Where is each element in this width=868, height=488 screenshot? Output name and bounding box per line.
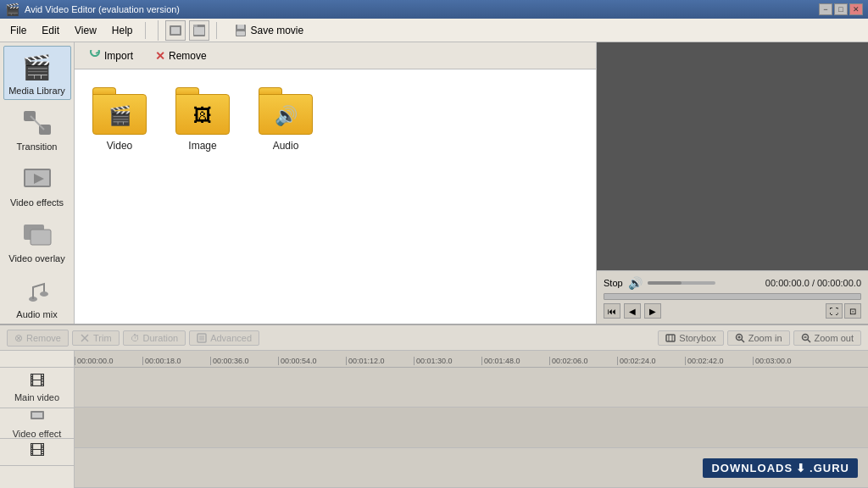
fullscreen-area: ⛶ ⊡ bbox=[826, 303, 861, 319]
advanced-button: Advanced bbox=[189, 330, 259, 346]
media-library-icon: 🎬 bbox=[20, 50, 54, 84]
save-movie-label: Save movie bbox=[251, 25, 304, 36]
ruler-marks: 00:00:00.0 00:00:18.0 00:00:36.0 00:00:5… bbox=[75, 351, 868, 367]
volume-fill bbox=[648, 281, 682, 285]
playback-buttons: ⏮ ◀ ▶ ⛶ ⊡ bbox=[604, 303, 861, 319]
media-file-image[interactable]: 🖼 Image bbox=[171, 83, 234, 156]
menu-file[interactable]: File bbox=[3, 22, 33, 39]
ruler-mark-3: 00:00:54.0 bbox=[278, 357, 346, 365]
sidebar-label-video-effects: Video effects bbox=[10, 197, 64, 208]
timeline-toolbar: ⊗ Remove Trim ⏱ Duration Advanced Storyb… bbox=[0, 325, 868, 351]
trim-label: Trim bbox=[93, 333, 112, 343]
video-folder-icon: 🎬 bbox=[92, 87, 147, 135]
track-label-video-effect: Video effect bbox=[0, 408, 74, 439]
zoom-in-button[interactable]: Zoom in bbox=[727, 330, 790, 346]
svg-point-17 bbox=[40, 291, 48, 297]
import-button[interactable]: Import bbox=[81, 47, 141, 64]
menu-edit[interactable]: Edit bbox=[35, 22, 66, 39]
transition-icon bbox=[20, 106, 54, 140]
remove-media-button[interactable]: ✕ Remove bbox=[147, 47, 214, 65]
import-label: Import bbox=[104, 50, 133, 62]
fullscreen-button[interactable]: ⛶ bbox=[826, 303, 843, 319]
fit-button[interactable]: ⊡ bbox=[844, 303, 861, 319]
audio-track-icon: 🎞 bbox=[30, 442, 45, 460]
svg-rect-1 bbox=[171, 27, 180, 34]
watermark: DOWNLOADS ⬇ .GURU bbox=[703, 458, 858, 478]
ruler-mark-8: 00:02:24.0 bbox=[617, 357, 685, 365]
ruler-mark-10: 00:03:00.0 bbox=[753, 357, 821, 365]
menu-help[interactable]: Help bbox=[105, 22, 140, 39]
timeline-labels: 🎞 Main video Video effect 🎞 bbox=[0, 351, 75, 488]
video-overlay-icon bbox=[20, 218, 54, 252]
duration-label: Duration bbox=[143, 333, 179, 343]
play-back-button[interactable]: ◀ bbox=[624, 303, 641, 319]
restore-button[interactable]: □ bbox=[834, 3, 848, 15]
volume-slider[interactable] bbox=[648, 281, 715, 285]
storybox-label: Storybox bbox=[679, 333, 715, 343]
storybox-button[interactable]: Storybox bbox=[658, 330, 723, 346]
duration-button: ⏱ Duration bbox=[123, 330, 186, 346]
sidebar-item-transition[interactable]: Transition bbox=[3, 102, 71, 156]
ruler-mark-4: 00:01:12.0 bbox=[346, 357, 414, 365]
video-effect-track[interactable] bbox=[75, 408, 868, 447]
video-effect-label: Video effect bbox=[13, 429, 62, 439]
sidebar-item-media-library[interactable]: 🎬 Media Library bbox=[3, 46, 71, 100]
video-effects-icon bbox=[20, 162, 54, 196]
svg-line-29 bbox=[741, 339, 744, 342]
video-effect-track-icon bbox=[30, 408, 45, 427]
zoom-out-label: Zoom out bbox=[815, 333, 854, 343]
ruler-mark-6: 00:01:48.0 bbox=[481, 357, 549, 365]
audio-folder-label: Audio bbox=[273, 140, 299, 152]
toolbar-separator bbox=[216, 22, 217, 39]
preview-transport: Stop 🔊 00:00:00.0 / 00:00:00.0 bbox=[604, 276, 861, 290]
ruler-spacer bbox=[0, 351, 74, 368]
media-file-video[interactable]: 🎬 Video bbox=[88, 83, 151, 156]
duration-icon: ⏱ bbox=[131, 333, 140, 343]
stop-button[interactable]: Stop bbox=[604, 278, 623, 288]
audio-folder-icon: 🔊 bbox=[259, 87, 313, 135]
play-forward-button[interactable]: ▶ bbox=[644, 303, 661, 319]
ruler-mark-1: 00:00:18.0 bbox=[142, 357, 210, 365]
zoom-out-button[interactable]: Zoom out bbox=[793, 330, 861, 346]
ruler-mark-2: 00:00:36.0 bbox=[210, 357, 278, 365]
watermark-suffix: .GURU bbox=[810, 462, 849, 474]
ruler-mark-5: 00:01:30.0 bbox=[414, 357, 481, 365]
menu-separator bbox=[145, 22, 146, 39]
title-bar: 🎬 Avid Video Editor (evaluation version)… bbox=[0, 0, 868, 19]
svg-rect-6 bbox=[237, 25, 244, 29]
content-area: 🎬 Media Library Transition bbox=[0, 42, 868, 324]
toolbar-icon-2[interactable] bbox=[189, 20, 209, 41]
timeline-right-tools: Storybox Zoom in Zoom out bbox=[658, 330, 861, 346]
sidebar-item-video-effects[interactable]: Video effects bbox=[3, 158, 71, 212]
main-layout: 🎬 Media Library Transition bbox=[0, 42, 868, 488]
zoom-in-label: Zoom in bbox=[748, 333, 782, 343]
sidebar-item-video-overlay[interactable]: Video overlay bbox=[3, 214, 71, 268]
svg-rect-7 bbox=[236, 31, 245, 36]
play-prev-button[interactable]: ⏮ bbox=[604, 303, 620, 319]
minimize-button[interactable]: − bbox=[819, 3, 832, 15]
image-folder-label: Image bbox=[188, 140, 216, 152]
watermark-arrow: ⬇ bbox=[796, 462, 806, 474]
sidebar: 🎬 Media Library Transition bbox=[0, 42, 75, 324]
sidebar-item-audio-mix[interactable]: Audio mix bbox=[3, 269, 71, 324]
title-bar-title: Avid Video Editor (evaluation version) bbox=[25, 4, 180, 14]
audio-mix-icon bbox=[20, 274, 54, 308]
save-movie-button[interactable]: Save movie bbox=[227, 22, 311, 39]
remove-track-icon: ⊗ bbox=[14, 332, 23, 344]
timeline-ruler: 00:00:00.0 00:00:18.0 00:00:36.0 00:00:5… bbox=[75, 351, 868, 368]
toolbar-icon-1[interactable] bbox=[165, 20, 186, 41]
media-toolbar: Import ✕ Remove bbox=[75, 42, 596, 69]
ruler-mark-0: 00:00:00.0 bbox=[75, 357, 142, 365]
main-video-track-icon: 🎞 bbox=[30, 373, 45, 391]
main-video-track[interactable] bbox=[75, 368, 868, 408]
title-bar-controls: − □ ✕ bbox=[819, 3, 863, 15]
preview-panel: Stop 🔊 00:00:00.0 / 00:00:00.0 ⏮ ◀ ▶ ⛶ bbox=[597, 42, 868, 324]
sidebar-label-transition: Transition bbox=[17, 141, 58, 152]
svg-rect-15 bbox=[31, 230, 51, 245]
menu-view[interactable]: View bbox=[68, 22, 103, 39]
close-button[interactable]: ✕ bbox=[849, 3, 863, 15]
remove-track-button: ⊗ Remove bbox=[7, 330, 69, 347]
progress-bar[interactable] bbox=[604, 293, 861, 300]
media-file-audio[interactable]: 🔊 Audio bbox=[254, 83, 317, 156]
trim-button: Trim bbox=[72, 330, 120, 346]
